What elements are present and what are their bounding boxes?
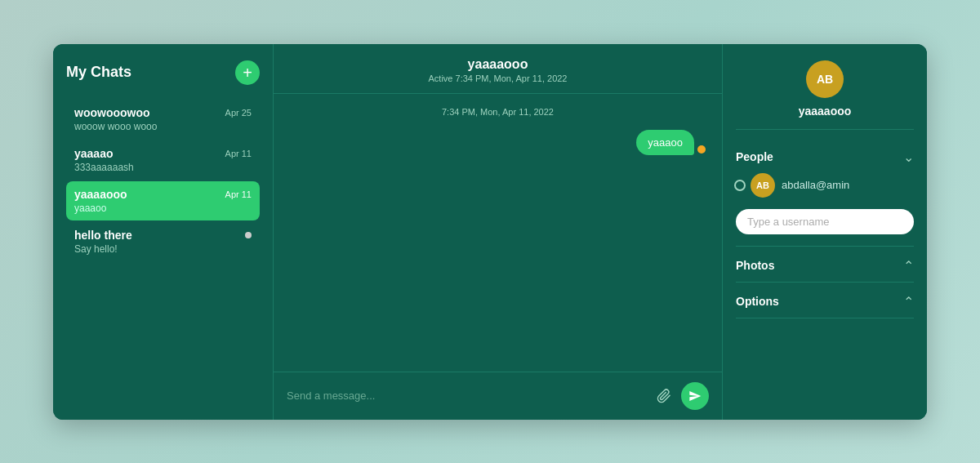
- middle-chat-name: yaaaaooo: [290, 57, 706, 72]
- message-input[interactable]: [287, 390, 647, 402]
- person-name: abdalla@amin: [782, 179, 849, 191]
- chevron-left-icon: ⌃: [903, 258, 914, 274]
- chevron-left-icon-2: ⌃: [903, 294, 914, 309]
- chat-item-woowooowoo[interactable]: woowooowoo Apr 25 wooow wooo wooo: [66, 100, 260, 139]
- options-section-header[interactable]: Options ⌃: [736, 286, 914, 318]
- messages-area: 7:34 PM, Mon, Apr 11, 2022 yaaaoo: [274, 94, 722, 372]
- chat-date: Apr 11: [225, 189, 252, 199]
- options-section: Options ⌃: [736, 286, 914, 318]
- options-section-title: Options: [736, 295, 779, 308]
- message-bubble-outgoing: yaaaoo: [636, 130, 694, 155]
- send-button[interactable]: [681, 382, 709, 410]
- my-chats-title: My Chats: [66, 64, 131, 81]
- message-row: yaaaoo: [290, 130, 706, 155]
- person-row: AB abdalla@amin: [736, 173, 914, 198]
- middle-chat-status: Active 7:34 PM, Mon, Apr 11, 2022: [290, 73, 706, 83]
- avatar: AB: [806, 60, 844, 98]
- chat-preview: wooow wooo wooo: [74, 121, 252, 132]
- chat-name: yaaaao: [74, 147, 113, 160]
- online-indicator: [736, 181, 744, 189]
- photos-section-header[interactable]: Photos ⌃: [736, 250, 914, 282]
- chat-item-yaaaaooo[interactable]: yaaaaooo Apr 11 yaaaoo: [66, 181, 260, 220]
- chat-list: woowooowoo Apr 25 wooow wooo wooo yaaaao…: [66, 100, 260, 261]
- people-content: AB abdalla@amin: [736, 173, 914, 246]
- people-section-header[interactable]: People ⌄: [736, 141, 914, 173]
- unread-dot: [245, 232, 252, 238]
- chat-name: hello there: [74, 229, 132, 242]
- right-avatar-section: AB yaaaaooo: [736, 60, 914, 130]
- attach-button[interactable]: [657, 389, 671, 403]
- photos-section-title: Photos: [736, 259, 774, 272]
- app-container: My Chats + woowooowoo Apr 25 wooow wooo …: [53, 44, 927, 420]
- left-panel: My Chats + woowooowoo Apr 25 wooow wooo …: [53, 44, 274, 420]
- photos-section: Photos ⌃: [736, 250, 914, 283]
- chevron-down-icon: ⌄: [903, 149, 914, 165]
- chat-date: Apr 25: [225, 108, 252, 118]
- people-section-title: People: [736, 150, 773, 163]
- chat-name: woowooowoo: [74, 106, 150, 119]
- chat-name: yaaaaooo: [74, 188, 127, 201]
- right-panel: AB yaaaaooo People ⌄ AB abdalla@amin Pho…: [723, 44, 927, 420]
- chat-item-hello-there[interactable]: hello there Say hello!: [66, 222, 260, 261]
- left-header: My Chats +: [66, 60, 260, 85]
- add-chat-button[interactable]: +: [235, 60, 260, 85]
- username-input[interactable]: [736, 209, 914, 234]
- chat-preview: 333aaaaaash: [74, 162, 252, 173]
- middle-header: yaaaaooo Active 7:34 PM, Mon, Apr 11, 20…: [274, 44, 722, 94]
- chat-date: Apr 11: [225, 149, 252, 158]
- chat-preview: Say hello!: [74, 243, 252, 255]
- chat-preview: yaaaoo: [74, 203, 252, 214]
- message-input-area: [274, 372, 722, 420]
- middle-panel: yaaaaooo Active 7:34 PM, Mon, Apr 11, 20…: [274, 44, 723, 420]
- right-username: yaaaaooo: [799, 105, 852, 118]
- message-status-indicator: [697, 145, 706, 154]
- chat-item-yaaaao[interactable]: yaaaao Apr 11 333aaaaaash: [66, 140, 260, 180]
- person-avatar: AB: [751, 173, 775, 198]
- people-section: People ⌄ AB abdalla@amin: [736, 141, 914, 247]
- date-divider: 7:34 PM, Mon, Apr 11, 2022: [290, 107, 706, 117]
